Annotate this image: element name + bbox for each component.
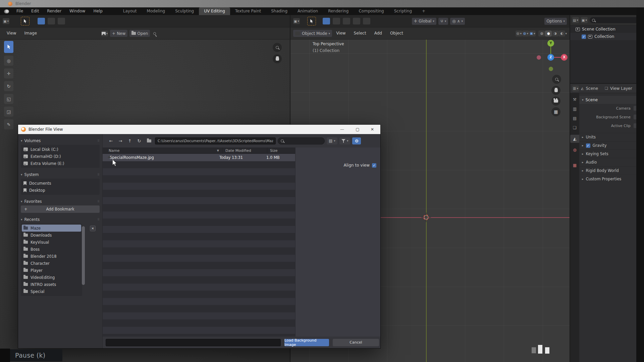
add-bookmark-button[interactable]: + Add Bookmark — [21, 205, 100, 213]
viewport-view-menu[interactable]: View — [332, 29, 350, 37]
volume-local-disk[interactable]: Local Disk (C:) — [21, 146, 100, 153]
tab-compositing[interactable]: Compositing — [354, 7, 389, 15]
load-background-image-button[interactable]: Load Background Image — [284, 339, 329, 346]
open-image-button[interactable]: Open — [129, 30, 150, 37]
properties-editor-type-icon[interactable]: ▥▾ — [572, 85, 579, 92]
menu-window[interactable]: Window — [65, 7, 89, 15]
menu-file[interactable]: File — [12, 7, 27, 15]
recent-blender-2018[interactable]: Blender 2018 — [21, 253, 82, 260]
uv-select-mode-edge[interactable] — [48, 18, 55, 24]
system-desktop[interactable]: Desktop — [21, 187, 100, 194]
select-mode-subtract[interactable] — [343, 18, 350, 24]
tool-scale[interactable]: ◱ — [4, 94, 13, 104]
recent-character[interactable]: Character — [21, 260, 82, 267]
breadcrumb-view-layer[interactable]: View Layer — [610, 86, 632, 91]
column-size[interactable]: Size — [267, 148, 296, 153]
tab-modeling[interactable]: Modeling — [142, 7, 170, 15]
zoom-button[interactable] — [273, 43, 282, 52]
tab-animation[interactable]: Animation — [292, 7, 323, 15]
gizmo-y-ball[interactable]: Y — [547, 40, 554, 47]
toggle-options-button[interactable]: ⚙ — [352, 137, 361, 144]
shading-caret[interactable]: ▾ — [565, 32, 567, 35]
select-mode-intersect[interactable] — [363, 18, 370, 24]
tool-transform[interactable]: ◲ — [4, 107, 13, 117]
sort-descending-icon[interactable]: ▼ — [217, 149, 219, 152]
outliner-filter-dropdown[interactable]: ▣▾ — [581, 17, 588, 23]
recent-player[interactable]: Player — [21, 267, 82, 274]
tab-scene[interactable]: ◭ — [570, 135, 579, 143]
up-button[interactable]: ↑ — [126, 138, 133, 143]
viewport-object-menu[interactable]: Object — [386, 29, 407, 37]
viewport-camera-button[interactable] — [551, 97, 560, 106]
rigid-body-panel[interactable]: ▸ Rigid Body World — [579, 166, 644, 175]
maximize-button[interactable]: ▢ — [351, 125, 364, 134]
tab-texture-paint[interactable]: Texture Paint — [230, 7, 266, 15]
select-mode-extend[interactable] — [333, 18, 340, 24]
viewport-perspective-button[interactable]: ▦ — [551, 107, 560, 116]
select-mode-invert[interactable] — [353, 18, 360, 24]
column-date-modified[interactable]: Date Modified — [223, 148, 267, 153]
breadcrumb-scene[interactable]: Scene — [586, 86, 598, 91]
recents-clear-button[interactable]: ✕ — [90, 226, 96, 231]
gizmo-y-negative-dot[interactable] — [549, 67, 553, 71]
menu-render[interactable]: Render — [43, 7, 65, 15]
tab-output[interactable]: ▤ — [573, 116, 577, 121]
outliner-collection-row[interactable]: ✓ Collection — [570, 33, 644, 40]
back-button[interactable]: ← — [107, 138, 115, 143]
tab-scripting[interactable]: Scripting — [389, 7, 417, 15]
select-mode-box[interactable] — [323, 18, 330, 24]
tab-rendering[interactable]: Rendering — [323, 7, 354, 15]
forward-button[interactable]: → — [117, 138, 124, 143]
align-to-view-checkbox[interactable]: ✓ — [372, 163, 376, 168]
blender-logo-icon[interactable] — [4, 9, 9, 13]
transform-orientation-dropdown[interactable]: ✛ Global ▾ — [412, 18, 436, 25]
shading-solid-button[interactable]: ● — [545, 31, 552, 37]
tab-world[interactable]: ◍ — [573, 147, 576, 152]
mode-dropdown[interactable]: Object Mode ▾ — [293, 30, 332, 37]
new-folder-button[interactable] — [145, 139, 153, 142]
tab-shading[interactable]: Shading — [266, 7, 292, 15]
recents-section-header[interactable]: ▾ Recents ⠿ — [18, 216, 102, 223]
tab-sculpting[interactable]: Sculpting — [170, 7, 199, 15]
cancel-button[interactable]: Cancel — [333, 339, 379, 346]
browse-image-icon[interactable]: ▾ — [101, 31, 108, 37]
scene-panel-header[interactable]: ▾ Scene — [579, 96, 644, 104]
gravity-checkbox[interactable]: ✓ — [586, 143, 590, 148]
filename-input[interactable] — [106, 339, 281, 346]
tool-move[interactable]: ✛ — [4, 68, 13, 78]
viewport-pan-button[interactable] — [551, 86, 560, 95]
editor-type-icon[interactable]: ▣ ▾ — [3, 18, 9, 24]
uv-select-mode-vertex[interactable] — [38, 18, 45, 24]
show-gizmo-dropdown[interactable]: ◎▾ — [516, 31, 522, 37]
menu-help[interactable]: Help — [89, 7, 106, 15]
filter-dropdown[interactable]: ▾ — [339, 137, 351, 144]
refresh-button[interactable]: ↻ — [136, 138, 143, 143]
new-image-button[interactable]: + New — [110, 30, 127, 37]
recent-intro-assets[interactable]: INTRO assets — [21, 281, 82, 288]
options-dropdown[interactable]: Options ▾ — [544, 18, 567, 25]
favorites-section-header[interactable]: ▾ Favorites ⠿ — [18, 198, 102, 205]
menu-edit[interactable]: Edit — [27, 7, 43, 15]
display-mode-dropdown[interactable]: ▤ ▾ — [327, 137, 337, 144]
outliner-search-field[interactable] — [590, 17, 642, 23]
dialog-titlebar[interactable]: Blender File View — ▢ ✕ — [18, 125, 380, 134]
viewport-active-tool[interactable] — [307, 17, 316, 25]
recent-keyvisual[interactable]: KeyVisual — [21, 239, 82, 246]
gizmo-z-ball[interactable]: Z — [547, 54, 554, 61]
tab-render[interactable]: ▥ — [573, 107, 577, 111]
custom-properties-panel[interactable]: ▸ Custom Properties — [579, 175, 644, 183]
outliner-scene-collection-row[interactable]: Scene Collection — [570, 25, 644, 33]
viewport-select-menu[interactable]: Select — [350, 29, 370, 37]
gizmo-x-ball[interactable]: X — [561, 54, 568, 61]
tab-uv-editing[interactable]: UV Editing — [199, 7, 230, 15]
shading-wireframe-button[interactable]: ◍ — [538, 31, 545, 37]
system-section-header[interactable]: ▾ System ⠿ — [18, 171, 102, 178]
recent-special[interactable]: Special — [21, 288, 82, 295]
viewport-add-menu[interactable]: Add — [370, 29, 386, 37]
tool-annotate[interactable]: ✎ — [4, 119, 13, 129]
outliner-display-mode-dropdown[interactable]: ▤▾ — [572, 17, 579, 23]
add-workspace-button[interactable]: + — [417, 7, 430, 15]
system-documents[interactable]: Documents — [21, 180, 100, 187]
image-editor-view-menu[interactable]: View — [3, 29, 20, 37]
tool-rotate[interactable]: ↻ — [4, 81, 13, 91]
